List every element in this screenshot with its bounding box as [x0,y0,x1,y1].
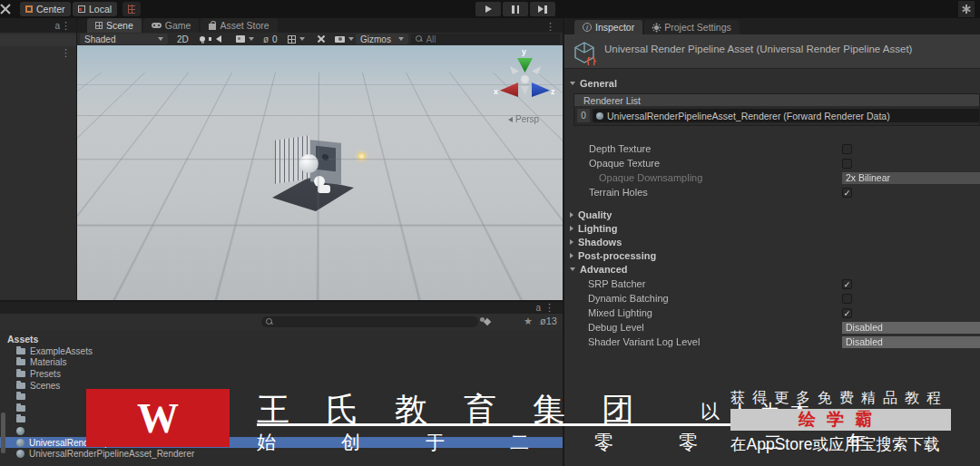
mixed-lighting-checkbox[interactable]: ✓ [842,308,852,318]
project-tab-bar: a ⋮ [0,302,563,314]
gizmos-dropdown[interactable]: Gizmos [356,34,408,44]
grid-snap-button[interactable] [122,2,141,16]
scene-panel: Scene Game Asset Store ⋮ Shaded 2D [77,18,563,300]
renderer-list-header: Renderer List [574,94,979,106]
local-global-button[interactable]: Local [73,2,117,16]
urp-asset-icon [16,427,24,435]
renderer-object-field[interactable]: UniversalRenderPipelineAsset_Renderer (F… [593,109,979,122]
kebab-menu-icon[interactable]: ⋮ [61,48,71,57]
effects-icon [236,35,245,43]
watermark-app-banner: 绘学霸 [730,409,951,431]
scene-search-input[interactable] [426,34,555,44]
tab-project-settings-label: Project Settings [664,22,731,33]
step-button[interactable] [530,2,555,16]
2d-toggle[interactable]: 2D [172,34,193,44]
play-icon [485,5,492,13]
tab-game[interactable]: Game [143,18,200,33]
camera-settings-dropdown[interactable] [330,34,358,44]
foldout-arrow-icon [570,267,575,271]
srp-batcher-checkbox[interactable]: ✓ [842,279,852,289]
pivot-center-button[interactable]: Center [20,2,71,16]
main-toolbar: Center Local [0,0,980,18]
renderer-list-item[interactable]: 0 UniversalRenderPipelineAsset_Renderer … [574,106,979,125]
services-icon[interactable] [958,1,975,17]
shader-variant-log-level-dropdown[interactable]: Disabled [842,336,980,348]
foldout-shadows[interactable]: Shadows [564,235,980,249]
foldout-advanced[interactable]: Advanced [564,262,980,277]
debug-level-dropdown[interactable]: Disabled [842,322,980,334]
scrollbar[interactable] [1,413,5,453]
editor-tools-button[interactable] [312,34,330,44]
z-axis-cone[interactable] [532,83,550,97]
y-axis-cone[interactable] [517,58,533,73]
perspective-toggle[interactable]: Persp [508,114,539,124]
assets-root-row[interactable]: Assets [0,332,563,345]
grid-visibility-dropdown[interactable] [283,34,309,44]
lock-icon[interactable]: a [54,21,60,31]
list-item[interactable]: Materials [0,357,563,369]
hidden-count-button[interactable]: ø13 [540,316,557,326]
depth-texture-checkbox[interactable] [842,144,852,154]
axis-x-label: x [494,87,498,96]
pause-button[interactable] [503,2,528,16]
foldout-quality[interactable]: Quality [564,208,980,222]
property-row: Shader Variant Log Level Disabled [564,335,980,349]
hierarchy-toolbar[interactable] [0,34,76,46]
foldout-arrow-icon [570,239,573,245]
list-item[interactable]: Presets [0,368,563,380]
foldout-post-processing[interactable]: Post-processing [564,248,980,263]
favorites-star-icon[interactable]: ★ [524,316,533,327]
tab-project-settings[interactable]: Project Settings [644,20,740,34]
gizmo-hub[interactable] [521,75,529,83]
chevron-down-icon [299,37,305,41]
foldout-lighting[interactable]: Lighting [564,221,980,236]
opaque-downsampling-dropdown[interactable]: 2x Bilinear [842,172,980,184]
audio-toggle[interactable] [211,34,226,44]
scene-viewport[interactable]: y x z Persp [77,45,563,300]
project-search-input[interactable] [277,317,474,327]
lock-icon[interactable]: a [535,303,541,313]
shading-mode-dropdown[interactable]: Shaded [80,34,168,44]
watermark-promo-line2: 在AppStore或应用宝搜索下载 [730,433,939,455]
scene-view-toolbar: Shaded 2D ø 0 [77,33,563,45]
foldout-general[interactable]: General [564,76,980,91]
gizmos-label: Gizmos [360,34,391,44]
orientation-gizmo[interactable]: y x z [495,50,556,122]
scene-search-field[interactable] [411,34,560,44]
project-search-field[interactable] [261,316,478,327]
chevron-down-icon [348,37,354,41]
inspector-title: Universal Render Pipeline Asset (Univers… [604,44,912,54]
x-axis-cone[interactable] [500,83,518,97]
light-gizmo[interactable] [358,152,366,160]
sphere-gizmo [299,154,318,173]
play-button[interactable] [475,2,501,16]
lighting-toggle[interactable] [195,34,210,44]
property-row: SRP Batcher ✓ [564,277,980,291]
hidden-objects-button[interactable]: ø 0 [259,34,282,44]
urp-asset-icon [16,450,24,458]
tab-asset-store[interactable]: Asset Store [201,18,277,33]
tab-scene[interactable]: Scene [87,18,142,33]
kebab-menu-icon[interactable]: ⋮ [545,22,555,31]
kebab-menu-icon[interactable]: ⋮ [544,303,554,312]
game-tab-icon [152,23,162,28]
terrain-holes-checkbox[interactable]: ✓ [842,188,852,198]
scene-objects[interactable] [263,127,372,218]
kebab-menu-icon[interactable]: ⋮ [61,21,71,30]
foldout-general-label: General [580,78,617,89]
dynamic-batching-checkbox[interactable] [842,294,852,304]
renderer-index: 0 [577,109,590,122]
watermark-app-name: 绘学霸 [799,408,883,432]
persp-label: Persp [515,114,539,124]
tab-inspector[interactable]: i Inspector [574,20,642,34]
wall-panel [316,146,336,171]
effects-dropdown[interactable] [231,34,259,44]
opaque-texture-checkbox[interactable] [842,159,852,169]
watermark-logo: W [86,389,230,447]
assets-root-label: Assets [7,334,38,345]
folder-icon [16,371,25,377]
list-item[interactable]: ExampleAssets [0,345,563,357]
search-icon [266,318,273,325]
scene-tab-icon [95,22,103,29]
transform-tool-icon[interactable] [0,3,14,15]
